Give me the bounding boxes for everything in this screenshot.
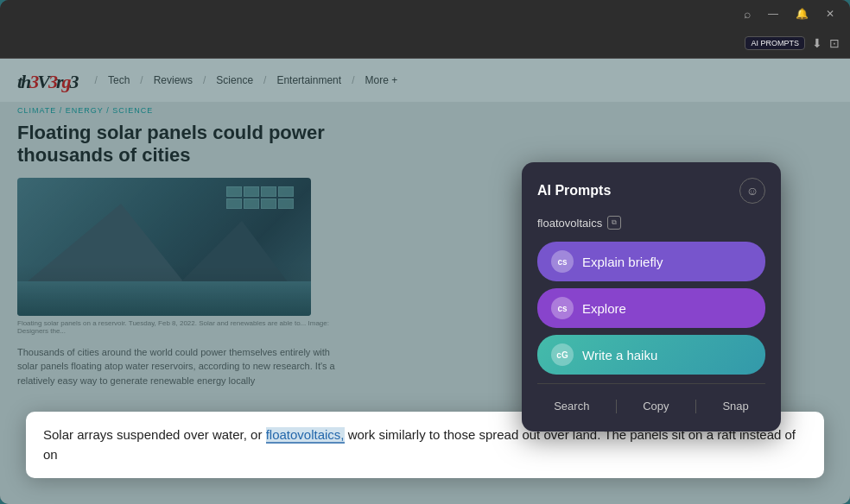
copy-word-icon[interactable]: ⧉ <box>607 216 621 230</box>
divider-2 <box>695 400 696 413</box>
nav-tech[interactable]: Tech <box>108 74 130 86</box>
article-image <box>17 178 311 316</box>
browser-window: ⌕ — 🔔 ✕ AI PROMPTS ⬇ ⊡ th3V3rg3 / Tech /… <box>0 0 850 504</box>
verge-header: th3V3rg3 / Tech / Reviews / Science / En… <box>0 59 850 102</box>
notifications-button[interactable]: 🔔 <box>790 6 814 22</box>
nav-more[interactable]: More + <box>365 74 397 86</box>
ai-popup-header: AI Prompts ☺ <box>537 178 765 204</box>
share-icon[interactable]: ⊡ <box>829 36 840 50</box>
download-icon[interactable]: ⬇ <box>812 36 822 50</box>
search-action-button[interactable]: Search <box>547 396 596 416</box>
word-tag-text: floatovoltaics <box>537 217 602 230</box>
nav-science[interactable]: Science <box>216 74 253 86</box>
prompt-actions: Search Copy Snap <box>537 393 765 416</box>
search-button[interactable]: ⌕ <box>739 5 756 22</box>
ai-prompts-popup: AI Prompts ☺ floatovoltaics ⧉ cs Explain… <box>522 162 781 432</box>
highlighted-word[interactable]: floatovoltaics, <box>266 427 345 444</box>
ai-prompts-badge[interactable]: AI PROMPTS <box>745 36 805 50</box>
snap-action-button[interactable]: Snap <box>715 396 755 416</box>
explain-icon: cs <box>551 250 574 273</box>
nav-reviews[interactable]: Reviews <box>154 74 193 86</box>
copy-action-button[interactable]: Copy <box>636 396 676 416</box>
explain-briefly-label: Explain briefly <box>582 255 663 269</box>
explain-briefly-button[interactable]: cs Explain briefly <box>537 242 765 281</box>
close-button[interactable]: ✕ <box>821 6 840 22</box>
article-area: CLIMATE / ENERGY / SCIENCE Floating sola… <box>17 106 346 387</box>
article-body: Thousands of cities around the world cou… <box>17 345 346 388</box>
divider-1 <box>616 400 617 413</box>
explore-button[interactable]: cs Explore <box>537 288 765 328</box>
haiku-label: Write a haiku <box>582 348 657 362</box>
nav-entertainment[interactable]: Entertainment <box>276 74 341 86</box>
explore-icon: cs <box>551 297 574 319</box>
toolbar: AI PROMPTS ⬇ ⊡ <box>0 28 850 59</box>
image-caption: Floating solar panels on a reservoir. Tu… <box>17 319 346 335</box>
webpage: th3V3rg3 / Tech / Reviews / Science / En… <box>0 59 850 504</box>
write-haiku-button[interactable]: cG Write a haiku <box>537 335 765 375</box>
minimize-button[interactable]: — <box>763 6 783 22</box>
verge-nav: / Tech / Reviews / Science / Entertainme… <box>95 74 398 86</box>
verge-logo: th3V3rg3 <box>17 66 78 94</box>
haiku-icon: cG <box>551 343 574 366</box>
explore-label: Explore <box>582 301 626 316</box>
word-tag: floatovoltaics ⧉ <box>537 216 765 230</box>
verge-logo-slash: / <box>95 74 98 86</box>
emoji-button[interactable]: ☺ <box>739 178 765 204</box>
action-divider-line <box>537 383 765 384</box>
article-title: Floating solar panels could power thousa… <box>17 122 346 167</box>
selected-text-before: Solar arrays suspended over water, or <box>43 427 266 442</box>
article-category: CLIMATE / ENERGY / SCIENCE <box>17 106 346 115</box>
ai-popup-title: AI Prompts <box>537 183 611 198</box>
title-bar: ⌕ — 🔔 ✕ <box>0 0 850 28</box>
